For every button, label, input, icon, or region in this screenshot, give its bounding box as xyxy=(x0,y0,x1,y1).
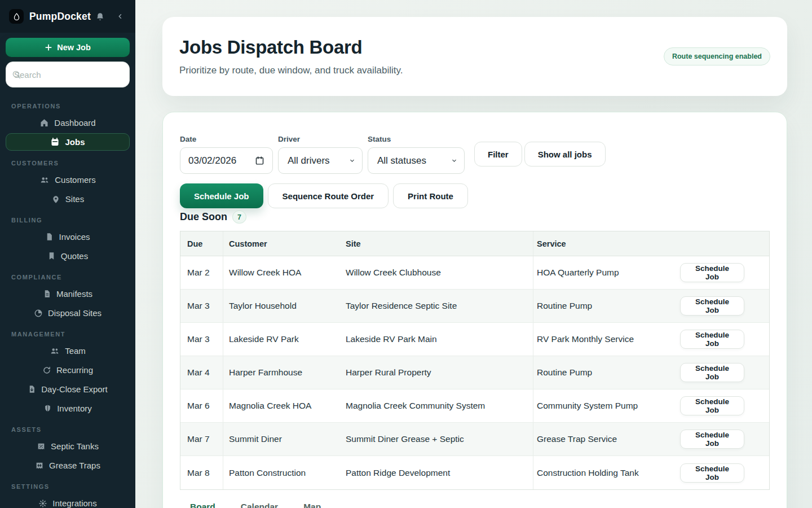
page-subtitle: Prioritize by route, due window, and tru… xyxy=(179,65,403,76)
column-header-customer: Customer xyxy=(223,231,340,256)
sidebar-item-manifests[interactable]: Manifests xyxy=(6,285,130,303)
print-route-button[interactable]: Print Route xyxy=(393,183,468,208)
sidebar-search xyxy=(6,62,130,87)
cell-due: Mar 2 xyxy=(180,268,223,278)
file-download-icon xyxy=(28,385,36,393)
sidebar-item-septic-tanks[interactable]: Septic Tanks xyxy=(6,437,130,455)
schedule-job-button[interactable]: Schedule Job xyxy=(180,183,263,208)
cell-service: Routine Pump xyxy=(533,356,680,389)
sidebar-item-label: Jobs xyxy=(65,137,85,147)
sidebar-item-label: Grease Traps xyxy=(49,461,100,470)
cell-service: Grease Trap Service xyxy=(533,423,680,456)
row-schedule-job-button[interactable]: Schedule Job xyxy=(680,330,744,349)
tab-map[interactable]: Map xyxy=(303,502,321,508)
cell-site: Taylor Residence Septic Site xyxy=(340,301,533,311)
cell-due: Mar 6 xyxy=(180,401,223,411)
sidebar-item-label: Invoices xyxy=(59,232,90,242)
cell-due: Mar 3 xyxy=(180,334,223,344)
cell-site: Patton Ridge Development xyxy=(340,468,533,478)
nav-section-customers: CUSTOMERS Customers Sites xyxy=(0,160,135,208)
cell-service: Community System Pump xyxy=(533,389,680,422)
collapse-chevron-left-icon[interactable] xyxy=(116,12,124,20)
sidebar-item-invoices[interactable]: Invoices xyxy=(6,228,130,246)
cell-due: Mar 8 xyxy=(180,468,223,478)
tank-icon xyxy=(37,442,46,451)
dispatch-board-card: Date 03/02/2026 Driver All drivers Statu… xyxy=(162,112,787,508)
main-content: Jobs Dispatch Board Prioritize by route,… xyxy=(135,0,812,508)
cell-site: Lakeside RV Park Main xyxy=(340,334,533,344)
column-header-service: Service xyxy=(533,231,680,256)
due-soon-title: Due Soon xyxy=(180,211,227,223)
cell-due: Mar 3 xyxy=(180,301,223,311)
table-row: Mar 3 Taylor Household Taylor Residence … xyxy=(180,290,769,323)
sidebar-item-integrations[interactable]: Integrations xyxy=(6,494,130,508)
row-schedule-job-button[interactable]: Schedule Job xyxy=(680,463,744,483)
sidebar-item-customers[interactable]: Customers xyxy=(6,171,130,189)
sidebar-item-dashboard[interactable]: Dashboard xyxy=(6,114,130,132)
search-input[interactable] xyxy=(6,62,130,87)
cell-customer: Harper Farmhouse xyxy=(223,356,340,389)
bell-icon[interactable] xyxy=(95,12,105,21)
home-icon xyxy=(39,118,49,128)
bookmark-icon xyxy=(47,252,56,260)
sidebar-item-inventory[interactable]: Inventory xyxy=(6,400,130,417)
driver-value: All drivers xyxy=(288,155,330,167)
driver-select[interactable]: All drivers xyxy=(278,147,363,174)
driver-label: Driver xyxy=(278,135,363,143)
sidebar-item-label: Sites xyxy=(65,194,84,204)
sidebar-header: PumpDocket xyxy=(0,0,135,33)
sidebar-item-sites[interactable]: Sites xyxy=(6,190,130,208)
sidebar-item-disposal-sites[interactable]: Disposal Sites xyxy=(6,304,130,322)
page-header-card: Jobs Dispatch Board Prioritize by route,… xyxy=(162,17,787,96)
sidebar-item-label: Manifests xyxy=(56,289,92,299)
nav-section-settings: SETTINGS Integrations xyxy=(0,483,135,508)
column-header-due: Due xyxy=(180,239,223,248)
sidebar-item-label: Integrations xyxy=(52,498,96,508)
plus-icon xyxy=(45,43,52,51)
sidebar-item-recurring[interactable]: Recurring xyxy=(6,361,130,379)
sidebar-item-team[interactable]: Team xyxy=(6,342,130,360)
users-icon xyxy=(50,346,60,356)
cell-service: RV Park Monthly Service xyxy=(533,323,680,356)
refresh-icon xyxy=(42,366,51,375)
nav-section-billing: BILLING Invoices Quotes xyxy=(0,217,135,265)
cell-service: HOA Quarterly Pump xyxy=(533,256,680,289)
sidebar-item-quotes[interactable]: Quotes xyxy=(6,247,130,265)
sidebar-item-grease-traps[interactable]: Grease Traps xyxy=(6,457,130,474)
trap-icon xyxy=(35,461,44,470)
row-schedule-job-button[interactable]: Schedule Job xyxy=(680,430,744,449)
nav-section-label: MANAGEMENT xyxy=(0,331,135,338)
show-all-jobs-button[interactable]: Show all jobs xyxy=(524,142,606,167)
nav-section-management: MANAGEMENT Team Recurring Day-Close Expo… xyxy=(0,331,135,417)
column-header-site: Site xyxy=(340,239,533,248)
status-value: All statuses xyxy=(377,155,426,167)
row-schedule-job-button[interactable]: Schedule Job xyxy=(680,363,744,382)
cell-due: Mar 7 xyxy=(180,434,223,444)
sidebar-item-day-close-export[interactable]: Day-Close Export xyxy=(6,380,130,398)
calendar-icon xyxy=(50,137,60,147)
sidebar-item-jobs[interactable]: Jobs xyxy=(6,133,130,151)
tab-board[interactable]: Board xyxy=(190,502,215,508)
nav-section-label: ASSETS xyxy=(0,426,135,433)
tab-calendar[interactable]: Calendar xyxy=(241,502,278,508)
table-row: Mar 8 Patton Construction Patton Ridge D… xyxy=(180,456,769,489)
cell-site: Magnolia Creek Community System xyxy=(340,401,533,411)
nav-section-label: OPERATIONS xyxy=(0,103,135,110)
cell-customer: Summit Diner xyxy=(223,423,340,456)
cell-site: Summit Diner Grease + Septic xyxy=(340,434,533,444)
row-schedule-job-button[interactable]: Schedule Job xyxy=(680,396,744,415)
row-schedule-job-button[interactable]: Schedule Job xyxy=(680,263,744,282)
status-select[interactable]: All statuses xyxy=(368,147,465,174)
pie-chart-icon xyxy=(34,309,43,318)
table-row: Mar 2 Willow Creek HOA Willow Creek Club… xyxy=(180,256,769,290)
date-input[interactable]: 03/02/2026 xyxy=(180,147,273,174)
sequence-route-order-button[interactable]: Sequence Route Order xyxy=(268,183,389,208)
due-soon-count-badge: 7 xyxy=(232,211,246,224)
cell-service: Routine Pump xyxy=(533,290,680,322)
nav-section-label: CUSTOMERS xyxy=(0,160,135,167)
row-schedule-job-button[interactable]: Schedule Job xyxy=(680,296,744,316)
sidebar-item-label: Inventory xyxy=(57,404,92,413)
table-row: Mar 4 Harper Farmhouse Harper Rural Prop… xyxy=(180,356,769,389)
new-job-button[interactable]: New Job xyxy=(6,38,130,57)
filter-button[interactable]: Filter xyxy=(474,142,522,167)
